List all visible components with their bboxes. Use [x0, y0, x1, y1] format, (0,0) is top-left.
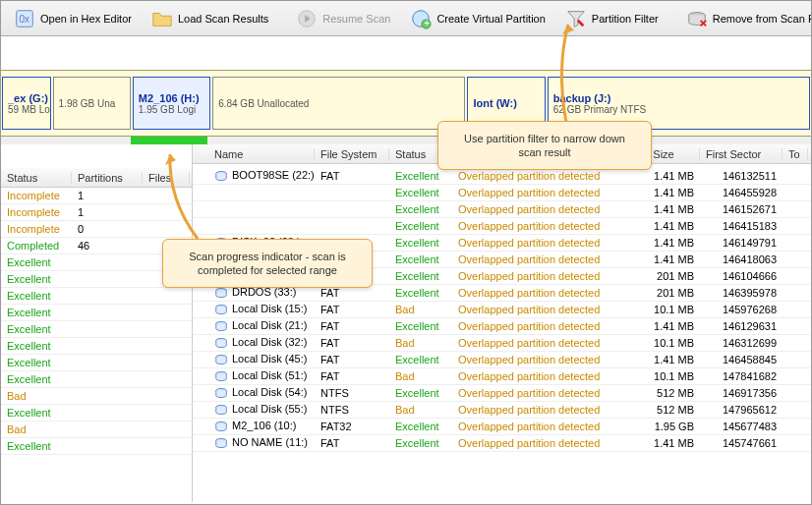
col-header[interactable]: First Sector — [700, 148, 783, 160]
restore-cell: Overlapped partition detected — [452, 437, 621, 449]
svg-text:+: + — [425, 18, 431, 28]
col-header[interactable]: Name — [208, 148, 315, 160]
fs-cell: FAT32 — [315, 421, 389, 432]
restore-cell: Overlapped partition detected — [452, 421, 621, 432]
col-status[interactable]: Status — [1, 172, 72, 184]
restore-cell: Overlapped partition detected — [452, 187, 621, 198]
disk-icon — [214, 403, 228, 417]
fs-cell: NTFS — [315, 387, 389, 399]
disk-strip: _ex (G:)59 MB Log1.98 GB UnaM2_106 (H:)1… — [1, 70, 811, 137]
partition-size: 1.95 GB Logi — [139, 104, 204, 115]
right-rows: BOOT98SE (22:)FATExcellentOverlapped par… — [193, 168, 811, 452]
fs-cell: FAT — [315, 287, 389, 299]
right-pane: NameFile SystemStatusRestore StatusTotal… — [193, 144, 811, 502]
status-cell: Excellent — [1, 273, 72, 285]
table-row[interactable]: ExcellentOverlapped partition detected1.… — [193, 218, 811, 235]
remove-result-label: Remove from Scan Result — [713, 13, 812, 25]
callout-filter-arrow — [547, 19, 606, 125]
table-row[interactable]: M2_106 (10:)FAT32ExcellentOverlapped par… — [193, 419, 811, 435]
col-header[interactable]: To — [783, 148, 808, 160]
disk-icon — [214, 353, 228, 366]
fs-cell: FAT — [315, 437, 389, 449]
table-row[interactable]: Local Disk (45:)FATExcellentOverlapped p… — [193, 352, 811, 368]
partition-name: M2_106 (H:) — [139, 92, 204, 104]
sector-cell: 146312699 — [700, 337, 783, 349]
status-cell: Excellent — [389, 354, 452, 365]
col-partitions[interactable]: Partitions — [72, 172, 143, 184]
size-cell: 201 MB — [621, 287, 700, 299]
table-row[interactable]: NO NAME (11:)FATExcellentOverlapped part… — [193, 435, 811, 452]
size-cell: 1.41 MB — [621, 170, 700, 182]
status-cell: Bad — [1, 423, 72, 435]
callout-progress: Scan progress indicator - scan is comple… — [162, 239, 373, 288]
table-row[interactable]: Excellent — [1, 288, 192, 305]
table-row[interactable]: Excellent — [1, 371, 192, 388]
partition-block[interactable]: 6.84 GB Unallocated — [212, 77, 465, 130]
create-vp-button[interactable]: + Create Virtual Partition — [401, 4, 553, 33]
size-cell: 1.41 MB — [621, 220, 700, 232]
table-row[interactable]: BOOT98SE (22:)FATExcellentOverlapped par… — [193, 168, 811, 185]
partitions-cell: 0 — [72, 223, 143, 235]
fs-cell: FAT — [315, 337, 389, 349]
table-row[interactable]: Excellent — [1, 405, 192, 421]
status-cell: Bad — [389, 337, 452, 349]
restore-cell: Overlapped partition detected — [452, 203, 621, 215]
open-hex-label: Open in Hex Editor — [40, 13, 132, 25]
partition-block[interactable]: _ex (G:)59 MB Log — [2, 77, 51, 130]
table-row[interactable]: ExcellentOverlapped partition detected1.… — [193, 185, 811, 201]
callout-progress-text: Scan progress indicator - scan is comple… — [189, 251, 346, 276]
status-cell: Excellent — [389, 237, 452, 249]
name-cell: Local Disk (55:) — [208, 403, 315, 417]
open-hex-button[interactable]: 0x Open in Hex Editor — [5, 4, 141, 33]
restore-cell: Overlapped partition detected — [452, 287, 621, 299]
status-cell: Excellent — [389, 187, 452, 198]
sector-cell: 146415183 — [700, 220, 783, 232]
partition-size: 1.98 GB Una — [59, 98, 125, 109]
name-cell: BOOT98SE (22:) — [208, 169, 315, 183]
table-row[interactable]: Excellent — [1, 438, 192, 455]
table-row[interactable]: Local Disk (54:)NTFSExcellentOverlapped … — [193, 385, 811, 402]
table-row[interactable]: ExcellentOverlapped partition detected1.… — [193, 201, 811, 218]
table-row[interactable]: Bad — [1, 388, 192, 405]
table-row[interactable]: Local Disk (55:)NTFSBadOverlapped partit… — [193, 402, 811, 419]
table-row[interactable]: Local Disk (15:)FATBadOverlapped partiti… — [193, 302, 811, 318]
table-row[interactable]: Local Disk (32:)FATBadOverlapped partiti… — [193, 335, 811, 352]
name-cell: Local Disk (54:) — [208, 386, 315, 400]
size-cell: 1.41 MB — [621, 203, 700, 215]
load-results-button[interactable]: Load Scan Results — [143, 4, 277, 33]
partition-size: 6.84 GB Unallocated — [218, 98, 459, 109]
sector-cell: 145747661 — [700, 437, 783, 449]
table-row[interactable]: Bad — [1, 421, 192, 438]
restore-cell: Overlapped partition detected — [452, 404, 621, 416]
partition-block[interactable]: 1.98 GB Una — [53, 77, 131, 130]
status-cell: Bad — [389, 370, 452, 382]
disk-icon — [214, 436, 228, 450]
sector-cell: 146458845 — [700, 354, 783, 365]
restore-cell: Overlapped partition detected — [452, 337, 621, 349]
partition-block[interactable]: M2_106 (H:)1.95 GB Logi — [133, 77, 210, 130]
col-header[interactable]: File System — [315, 148, 389, 160]
restore-cell: Overlapped partition detected — [452, 270, 621, 282]
table-row[interactable]: Excellent — [1, 321, 192, 338]
status-cell: Excellent — [389, 421, 452, 432]
table-row[interactable]: Excellent — [1, 305, 192, 321]
table-row[interactable]: Excellent — [1, 355, 192, 371]
table-row[interactable]: Local Disk (51:)FATBadOverlapped partiti… — [193, 368, 811, 385]
table-row[interactable]: Local Disk (21:)FATExcellentOverlapped p… — [193, 318, 811, 335]
size-cell: 1.41 MB — [621, 437, 700, 449]
status-cell: Excellent — [389, 253, 452, 265]
sector-cell: 145976268 — [700, 304, 783, 315]
partitions-cell: 46 — [72, 240, 143, 252]
restore-cell: Overlapped partition detected — [452, 354, 621, 365]
remove-result-button[interactable]: Remove from Scan Result — [677, 4, 812, 33]
table-row[interactable]: Excellent — [1, 338, 192, 355]
folder-icon — [151, 8, 173, 29]
callout-progress-arrow — [158, 150, 217, 241]
restore-cell: Overlapped partition detected — [452, 220, 621, 232]
size-cell: 1.41 MB — [621, 187, 700, 198]
resume-scan-button: Resume Scan — [287, 4, 399, 33]
remove-icon — [686, 8, 708, 29]
sector-cell: 146129631 — [700, 320, 783, 332]
status-cell: Excellent — [389, 203, 452, 215]
sector-cell: 146149791 — [700, 237, 783, 249]
